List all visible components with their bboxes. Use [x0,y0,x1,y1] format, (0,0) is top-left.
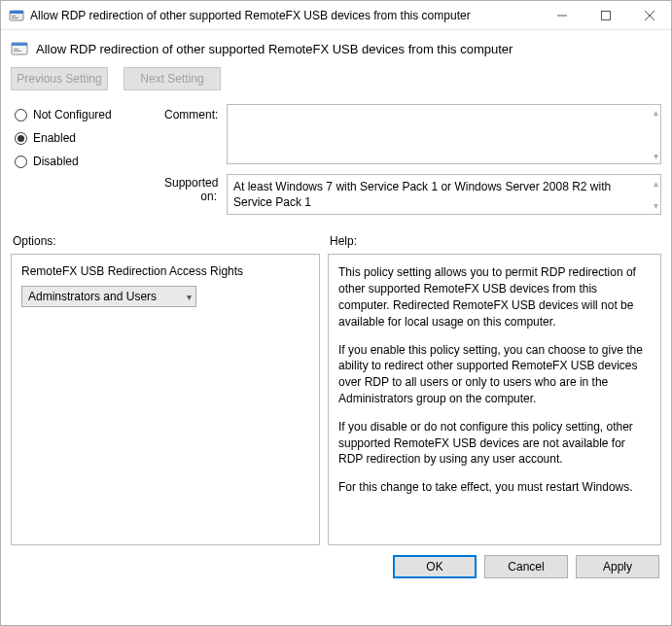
previous-setting-button[interactable]: Previous Setting [11,67,108,90]
scroll-up-icon: ▴ [654,177,658,191]
next-setting-button[interactable]: Next Setting [124,67,221,90]
scroll-up-icon: ▴ [654,107,658,118]
minimize-button[interactable] [540,1,584,29]
supported-on-label: Supported on: [164,174,223,215]
cancel-button[interactable]: Cancel [484,555,568,578]
radio-label: Disabled [33,155,79,168]
radio-label: Enabled [33,131,76,145]
window-title: Allow RDP redirection of other supported… [30,9,540,22]
chevron-down-icon: ▾ [187,292,192,302]
options-panel: RemoteFX USB Redirection Access Rights A… [11,254,320,545]
scroll-down-icon: ▾ [654,151,658,161]
access-rights-label: RemoteFX USB Redirection Access Rights [21,264,309,278]
radio-indicator [15,132,27,145]
svg-rect-1 [10,11,23,14]
help-paragraph: This policy setting allows you to permit… [338,264,651,330]
dropdown-value: Adminstrators and Users [28,290,157,303]
radio-not-configured[interactable]: Not Configured [15,108,160,122]
policy-header-icon [11,40,28,57]
help-paragraph: If you disable or do not configure this … [338,419,651,468]
radio-indicator [15,109,27,122]
radio-indicator [15,156,27,168]
apply-button[interactable]: Apply [576,555,659,578]
comment-label: Comment: [164,104,223,164]
help-label: Help: [330,234,357,248]
svg-rect-3 [12,17,18,18]
svg-rect-2 [12,16,16,17]
svg-rect-5 [601,11,610,19]
supported-on-text: At least Windows 7 with Service Pack 1 o… [233,180,611,209]
radio-label: Not Configured [33,108,112,122]
help-panel: This policy setting allows you to permit… [328,254,661,545]
comment-input[interactable]: ▴ ▾ [227,104,661,164]
help-paragraph: If you enable this policy setting, you c… [338,342,651,407]
radio-enabled[interactable]: Enabled [15,131,160,145]
options-label: Options: [13,234,330,248]
ok-button[interactable]: OK [393,555,477,578]
supported-on-box: At least Windows 7 with Service Pack 1 o… [227,174,661,215]
scroll-down-icon: ▾ [654,199,658,213]
close-button[interactable] [627,1,671,29]
svg-rect-11 [14,51,21,52]
page-title: Allow RDP redirection of other supported… [36,42,513,56]
radio-disabled[interactable]: Disabled [15,155,160,168]
nav-bar: Previous Setting Next Setting [1,63,671,98]
svg-rect-10 [14,49,18,50]
access-rights-dropdown[interactable]: Adminstrators and Users ▾ [21,286,196,307]
maximize-button[interactable] [584,1,627,29]
policy-icon [9,8,24,23]
header-row: Allow RDP redirection of other supported… [1,30,671,63]
titlebar: Allow RDP redirection of other supported… [1,1,671,30]
svg-rect-9 [12,43,27,46]
footer: OK Cancel Apply [1,545,671,588]
help-paragraph: For this change to take effect, you must… [338,479,651,496]
